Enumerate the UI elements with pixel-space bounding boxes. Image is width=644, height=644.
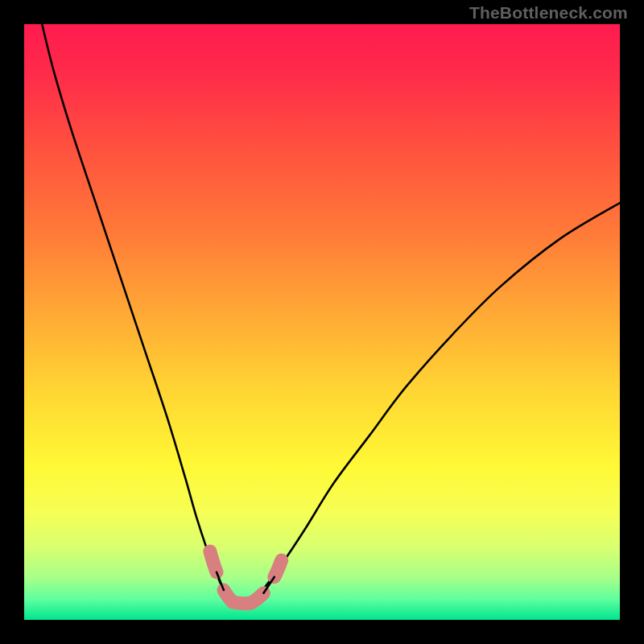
chart-svg bbox=[24, 24, 620, 620]
highlight-segment bbox=[210, 551, 217, 572]
chart-background bbox=[24, 24, 620, 620]
highlight-segment bbox=[250, 593, 263, 604]
chart-frame: TheBottleneck.com bbox=[0, 0, 644, 644]
highlight-segment bbox=[275, 560, 282, 577]
plot-area bbox=[24, 24, 620, 620]
watermark-text: TheBottleneck.com bbox=[469, 3, 628, 23]
